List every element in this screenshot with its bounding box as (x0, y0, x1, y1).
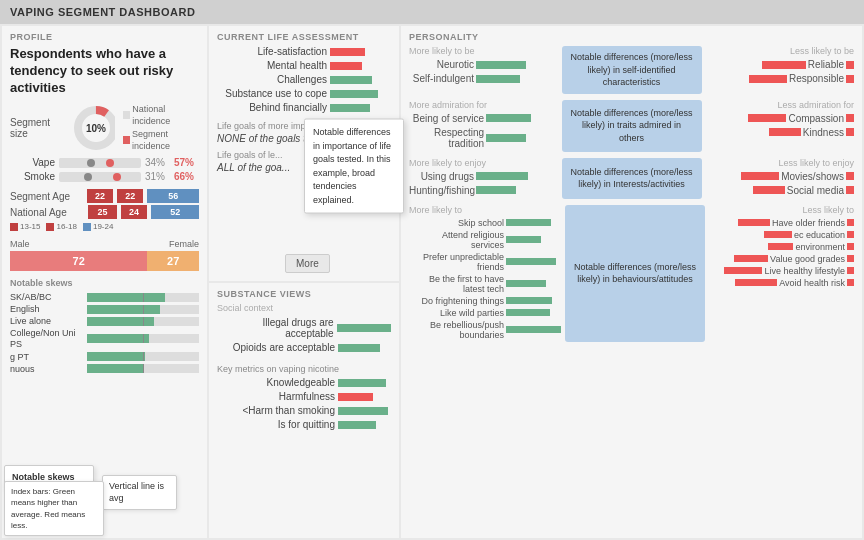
age-grid: Segment Age 22 22 56 National Age 25 24 … (10, 189, 199, 231)
mental-health-bar (330, 62, 362, 70)
segment-age-label: Segment Age (10, 191, 85, 202)
gender-labels: Male Female (10, 239, 199, 249)
health-risk-row: Avoid health risk (709, 278, 854, 288)
health-risk-label: Avoid health risk (779, 278, 845, 288)
wild-parties-label: Like wild parties (409, 308, 504, 318)
religious-bar (506, 236, 541, 243)
skip-school-row: Skip school (409, 218, 561, 228)
skip-school-label: Skip school (409, 218, 504, 228)
compassion-label: Compassion (788, 113, 844, 124)
older-friends-row: Have older friends (709, 218, 854, 228)
opioids-row: Opioids are acceptable (217, 342, 391, 353)
drugs-row: Using drugs (409, 171, 558, 182)
nat-age-13: 25 (88, 205, 117, 219)
mental-health-row: Mental health (217, 60, 391, 71)
profile-panel: PROFILE Respondents who have a tendency … (2, 26, 207, 538)
more-button[interactable]: More (285, 254, 330, 273)
responsible-sq (846, 75, 854, 83)
svg-text:10%: 10% (86, 123, 106, 134)
service-row: Being of service (409, 113, 558, 124)
donut-chart: 10% (71, 103, 115, 153)
age-legend: 13-15 16-18 19-24 (10, 222, 199, 231)
latest-tech-bar (506, 280, 546, 287)
hunting-label: Hunting/fishing (409, 185, 474, 196)
neurotic-row: Neurotic (409, 59, 558, 70)
assessment-title: CURRENT LIFE ASSESSMENT (217, 32, 391, 42)
responsible-label: Responsible (789, 73, 844, 84)
skews-label: Notable skews (10, 278, 199, 288)
smoke-national-val: 31% (145, 171, 170, 182)
illegal-drugs-bar (337, 324, 391, 332)
movies-bar (741, 172, 779, 180)
self-indulgent-row: Self-indulgent (409, 73, 558, 84)
vline-tooltip: Vertical line is avg (102, 475, 177, 510)
service-label: Being of service (409, 113, 484, 124)
substance-panel: SUBSTANCE VIEWS Social context Illegal d… (209, 283, 399, 538)
index-tooltip: Index bars: Green means higher than aver… (4, 481, 104, 536)
more-behavior-col: More likely to Skip school Attend religi… (409, 205, 561, 342)
drugs-bar (476, 172, 528, 180)
knowledgeable-label: Knowledgeable (217, 377, 335, 388)
national-age-row: National Age 25 24 52 (10, 205, 199, 219)
national-incidence-label: National incidence (132, 103, 199, 128)
healthy-lifestyle-sq (847, 267, 854, 274)
notable-behavior-text: Notable differences (more/less likely) i… (572, 261, 698, 286)
unpredictable-bar (506, 258, 556, 265)
social-media-sq (846, 186, 854, 194)
skip-school-bar (506, 219, 551, 226)
vape-segment-val: 57% (174, 157, 199, 168)
compassion-row: Compassion (706, 113, 855, 124)
main-content: PROFILE Respondents who have a tendency … (0, 24, 864, 540)
frightening-row: Do frightening things (409, 296, 561, 306)
more-admire-title: More admiration for (409, 100, 558, 110)
unpredictable-row: Prefer unpredictable friends (409, 252, 561, 272)
skew-bar-skabbc (87, 293, 199, 302)
challenges-label: Challenges (217, 74, 327, 85)
older-friends-sq (847, 219, 854, 226)
service-bar (486, 114, 531, 122)
latest-tech-label: Be the first to have latest tech (409, 274, 504, 294)
challenges-bar (330, 76, 372, 84)
neurotic-bar (476, 61, 526, 69)
gender-male-val: 72 (10, 251, 147, 271)
social-media-label: Social media (787, 185, 844, 196)
responsible-bar (749, 75, 787, 83)
more-enjoy-col: More likely to enjoy Using drugs Hunting… (409, 158, 558, 199)
substance-bars: Illegal drugs are acceptable Opioids are… (217, 317, 391, 356)
kindness-bar (769, 128, 801, 136)
vape-row: Vape 34% 57% (10, 157, 199, 168)
good-grades-sq (847, 255, 854, 262)
education-label: ec education (794, 230, 845, 240)
skew-skabbc: SK/AB/BC (10, 292, 199, 302)
knowledgeable-row: Knowledgeable (217, 377, 391, 388)
nat-age-19: 52 (151, 205, 199, 219)
enjoy-section: More likely to enjoy Using drugs Hunting… (409, 158, 854, 199)
life-satisfaction-label: Life-satisfaction (217, 46, 327, 57)
national-age-label: National Age (10, 207, 86, 218)
skew-bar-live-alone (87, 317, 199, 326)
frightening-bar (506, 297, 552, 304)
skew-bar-english (87, 305, 199, 314)
notable-interest-text: Notable differences (more/less likely) i… (569, 166, 695, 191)
smoke-row: Smoke 31% 66% (10, 171, 199, 182)
responsible-row: Responsible (706, 73, 855, 84)
notable-char-text: Notable differences (more/less likely) i… (569, 51, 695, 89)
female-label: Female (169, 239, 199, 249)
mental-health-label: Mental health (217, 60, 327, 71)
social-media-bar (753, 186, 785, 194)
environment-bar (768, 243, 793, 250)
latest-tech-row: Be the first to have latest tech (409, 274, 561, 294)
gender-bar: 72 27 (10, 251, 199, 271)
key-metrics-bars: Knowledgeable Harmfulness <Harm than smo… (217, 377, 391, 433)
good-grades-label: Value good grades (770, 254, 845, 264)
skew-bar-college (87, 334, 199, 343)
life-satisfaction-bar (330, 48, 365, 56)
skew-bars: SK/AB/BC English Live alone (10, 292, 199, 376)
reliable-bar (762, 61, 806, 69)
opioids-label: Opioids are acceptable (217, 342, 335, 353)
reliable-label: Reliable (808, 59, 844, 70)
neurotic-label: Neurotic (409, 59, 474, 70)
movies-sq (846, 172, 854, 180)
behavior-section: More likely to Skip school Attend religi… (409, 205, 854, 342)
hunting-bar (476, 186, 516, 194)
